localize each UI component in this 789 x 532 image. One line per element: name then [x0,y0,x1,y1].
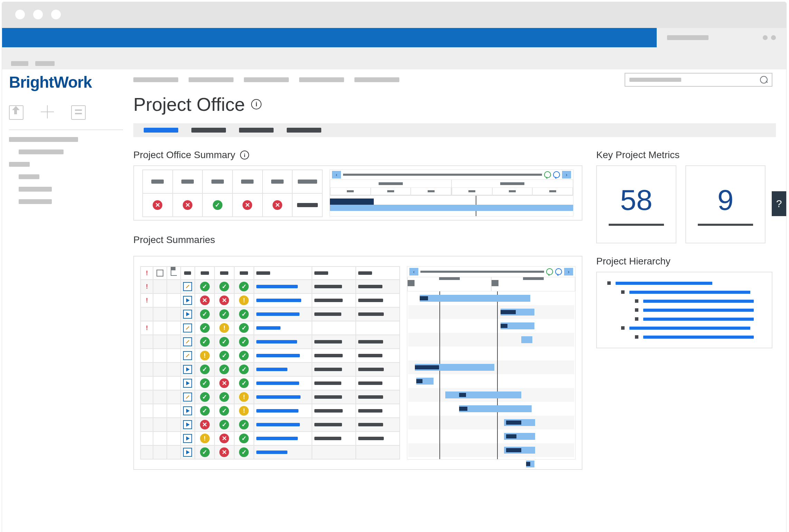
gantt-bar[interactable] [521,336,532,343]
table-header[interactable] [312,267,356,280]
table-row[interactable]: ✓✓✓ [141,307,400,321]
sidebar-item[interactable] [19,199,52,204]
table-header[interactable] [234,267,254,280]
document-icon[interactable] [71,105,86,120]
suite-settings-icon[interactable] [763,35,768,40]
tab-item[interactable] [287,128,321,133]
table-header[interactable] [153,267,167,280]
window-control-close[interactable] [15,10,25,19]
table-cell [153,321,167,335]
table-row[interactable]: ✓✓! [141,404,400,418]
table-cell [141,362,153,376]
hierarchy-label [643,336,754,339]
table-row[interactable]: !✕✓ [141,432,400,445]
gantt-marker-green-icon[interactable] [546,268,553,275]
table-header[interactable]: ! [141,267,153,280]
table-header[interactable] [254,267,312,280]
table-cell [356,293,400,307]
table-cell: ✓ [195,280,215,293]
window-control-minimize[interactable] [33,10,43,19]
metric-card[interactable]: 9 [685,165,766,243]
error-icon: ✕ [219,296,229,305]
nav-item[interactable] [354,77,399,82]
table-header[interactable] [167,267,181,280]
table-cell: ! [195,432,215,445]
table-row[interactable]: !✓✓✓ [141,280,400,293]
table-cell [167,321,181,335]
table-cell [167,349,181,362]
table-row[interactable]: ✕✓✓ [141,418,400,432]
table-cell [181,349,195,362]
gantt-prev-icon[interactable]: ‹ [332,171,341,178]
info-icon[interactable]: i [251,99,262,109]
table-cell: ✓ [195,376,215,390]
table-row[interactable]: !✕✕! [141,293,400,307]
table-cell: ✕ [215,445,234,459]
table-cell [181,376,195,390]
table-row[interactable]: ✓✓✓ [141,335,400,349]
tab-item[interactable] [191,128,226,133]
gantt-bar[interactable] [459,405,532,412]
info-icon[interactable]: i [240,151,249,159]
search-input[interactable] [625,73,772,87]
tab-active[interactable] [144,128,178,133]
table-row[interactable]: ✓✕✓ [141,376,400,390]
sidebar-item[interactable] [19,174,39,179]
help-tab[interactable]: ? [772,191,786,216]
gantt-prev-icon[interactable]: ‹ [409,268,418,275]
hierarchy-item[interactable] [607,290,761,294]
priority-icon: ! [146,297,148,304]
table-cell [356,376,400,390]
table-row[interactable]: !✓!✓ [141,321,400,335]
office-summary-panel: ✕✕✓✕✕ ‹ › [133,165,582,221]
office-status-table: ✕✕✓✕✕ [142,170,323,217]
gantt-marker-green-icon[interactable] [544,171,551,178]
crumb-item[interactable] [11,61,28,66]
hierarchy-label [643,300,754,303]
sidebar-item[interactable] [19,187,52,192]
suite-help-icon[interactable] [771,35,776,40]
metric-card[interactable]: 58 [596,165,676,243]
table-cell: ✓ [215,390,234,404]
table-cell: ! [195,349,215,362]
nav-item[interactable] [299,77,344,82]
upload-icon[interactable] [9,105,23,120]
table-cell: ✓ [215,418,234,432]
table-header[interactable] [356,267,400,280]
table-header[interactable] [215,267,234,280]
nav-item[interactable] [189,77,234,82]
table-cell [141,418,153,432]
check-icon: ✓ [200,378,210,388]
table-header[interactable] [195,267,215,280]
table-row[interactable]: !✓✓ [141,349,400,362]
tab-item[interactable] [239,128,274,133]
hierarchy-item[interactable] [607,317,761,321]
gantt-marker-blue-icon[interactable] [555,268,562,275]
gantt-next-icon[interactable]: › [564,268,573,275]
hierarchy-item[interactable] [607,308,761,312]
sidebar-item[interactable] [9,162,30,167]
gantt-marker-blue-icon[interactable] [553,171,560,178]
nav-item[interactable] [244,77,289,82]
bullet-icon [635,317,638,321]
table-header[interactable] [181,267,195,280]
table-row[interactable]: ✓✓! [141,390,400,404]
hierarchy-item[interactable] [607,335,761,339]
window-control-maximize[interactable] [51,10,61,19]
hierarchy-item[interactable] [607,281,761,285]
hierarchy-item[interactable] [607,299,761,303]
move-icon[interactable] [41,105,54,118]
sidebar-item[interactable] [9,137,78,142]
crumb-item[interactable] [35,61,55,66]
sidebar-item[interactable] [19,149,64,154]
table-cell: ✓ [195,390,215,404]
nav-item[interactable] [133,77,178,82]
table-row[interactable]: ✓✓✓ [141,362,400,376]
hierarchy-item[interactable] [607,326,761,330]
gantt-next-icon[interactable]: › [562,171,571,178]
table-cell [356,307,400,321]
gantt-bar[interactable] [420,295,530,302]
error-icon: ✕ [153,200,162,210]
table-row[interactable]: ✓✕✓ [141,445,400,459]
gantt-bar[interactable] [445,391,521,398]
